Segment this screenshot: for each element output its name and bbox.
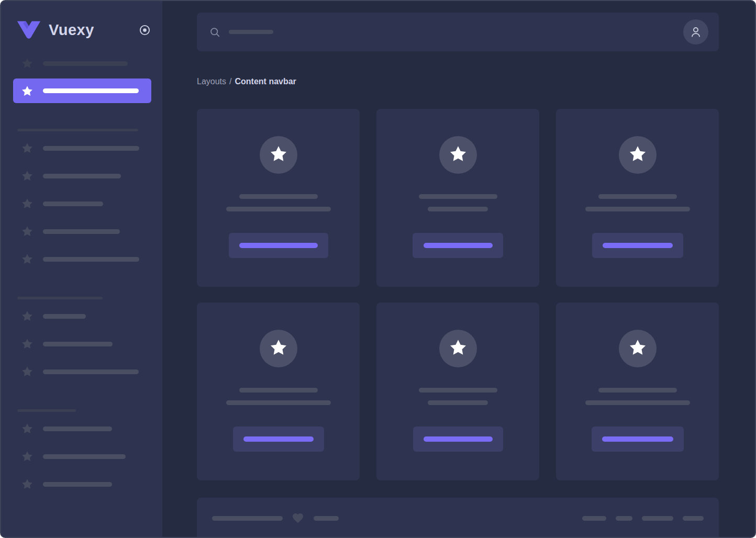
card-button[interactable] [592, 427, 684, 452]
skeleton-bar [43, 257, 139, 262]
search-icon [209, 27, 220, 38]
star-icon [21, 365, 34, 378]
footer-skeleton-bar [582, 516, 606, 521]
card-button[interactable] [229, 233, 328, 258]
card-avatar [439, 136, 477, 174]
footer-skeleton-bar [314, 516, 339, 521]
footer-skeleton-bar [616, 516, 632, 521]
star-icon [21, 170, 34, 182]
card-button[interactable] [233, 427, 324, 452]
sidebar-item-skeleton[interactable] [21, 225, 162, 238]
skeleton-bar [43, 201, 103, 206]
card-subtitle-skeleton [428, 207, 488, 211]
sidebar-item-active[interactable] [13, 79, 151, 103]
footer-skeleton-bar [642, 516, 673, 521]
footer-skeleton-bar [683, 516, 704, 521]
star-icon [628, 338, 647, 359]
card-avatar [619, 330, 657, 367]
card-title-skeleton [239, 388, 318, 393]
heart-icon [292, 512, 304, 524]
sidebar-item-skeleton[interactable] [21, 422, 162, 435]
card-subtitle-skeleton [585, 207, 690, 211]
sidebar-item-skeleton[interactable] [21, 170, 162, 182]
skeleton-bar [43, 88, 139, 93]
star-icon [21, 310, 34, 322]
sidebar-item-skeleton[interactable] [21, 253, 162, 265]
card-subtitle-skeleton [585, 400, 690, 405]
vuexy-logo-icon [16, 20, 41, 40]
star-icon [21, 142, 34, 154]
star-icon [21, 253, 34, 265]
card [556, 109, 719, 287]
navbar-search[interactable] [197, 13, 719, 51]
card-title-skeleton [419, 388, 497, 393]
breadcrumb-separator: / [229, 77, 231, 86]
button-label-skeleton [424, 436, 493, 442]
star-icon [21, 338, 34, 350]
card-button[interactable] [413, 233, 503, 258]
app-window: Vuexy [0, 0, 756, 538]
card-title-skeleton [598, 194, 677, 199]
app-title: Vuexy [49, 21, 94, 39]
star-icon [21, 478, 34, 490]
card-button[interactable] [413, 427, 503, 452]
skeleton-bar [43, 369, 139, 374]
skeleton-bar [43, 229, 120, 234]
skeleton-bar [43, 314, 86, 319]
main-content: Layouts/Content navbar [162, 1, 755, 537]
sidebar-item-skeleton[interactable] [21, 197, 162, 210]
footer-skeleton-bar [212, 516, 283, 521]
sidebar-item-skeleton[interactable] [21, 450, 162, 463]
star-icon [21, 197, 34, 210]
star-icon [628, 144, 647, 165]
card-subtitle-skeleton [428, 400, 488, 405]
button-label-skeleton [603, 243, 673, 248]
breadcrumb-parent[interactable]: Layouts [197, 77, 226, 86]
card [556, 302, 719, 480]
sidebar-section-heading-skeleton [17, 297, 103, 299]
sidebar-item-skeleton[interactable] [21, 365, 162, 378]
card [197, 302, 360, 480]
star-icon [21, 57, 34, 70]
card-title-skeleton [239, 194, 318, 199]
card-grid [197, 109, 719, 480]
card [376, 109, 539, 287]
star-icon [21, 225, 34, 238]
sidebar-section-heading-skeleton [17, 129, 138, 131]
sidebar-item-skeleton[interactable] [21, 338, 162, 350]
star-icon [449, 144, 468, 165]
star-icon [21, 422, 34, 435]
card-button[interactable] [592, 233, 683, 258]
button-label-skeleton [424, 243, 493, 248]
card-title-skeleton [419, 194, 497, 199]
sidebar-item-skeleton[interactable] [21, 57, 162, 70]
skeleton-bar [43, 174, 121, 178]
record-circle-icon[interactable] [139, 24, 151, 36]
card [376, 302, 539, 480]
breadcrumb-current: Content navbar [235, 77, 296, 86]
skeleton-bar [43, 482, 112, 487]
button-label-skeleton [239, 243, 318, 248]
star-icon [449, 338, 468, 359]
sidebar-header: Vuexy [16, 19, 151, 41]
user-avatar-button[interactable] [683, 19, 708, 44]
footer [197, 498, 719, 537]
card-avatar [439, 330, 477, 367]
breadcrumb: Layouts/Content navbar [197, 76, 719, 86]
star-icon [269, 338, 288, 359]
card-subtitle-skeleton [226, 207, 331, 211]
sidebar-item-skeleton[interactable] [21, 478, 162, 490]
card-avatar [260, 136, 297, 174]
button-label-skeleton [243, 436, 314, 442]
skeleton-bar [43, 427, 112, 431]
sidebar: Vuexy [1, 1, 162, 537]
sidebar-item-skeleton[interactable] [21, 310, 162, 322]
sidebar-item-skeleton[interactable] [21, 142, 162, 154]
star-icon [269, 144, 288, 165]
star-icon [21, 85, 34, 97]
card-subtitle-skeleton [226, 400, 331, 405]
card-avatar [260, 330, 297, 367]
card [197, 109, 360, 287]
card-title-skeleton [598, 388, 677, 393]
star-icon [21, 450, 34, 463]
